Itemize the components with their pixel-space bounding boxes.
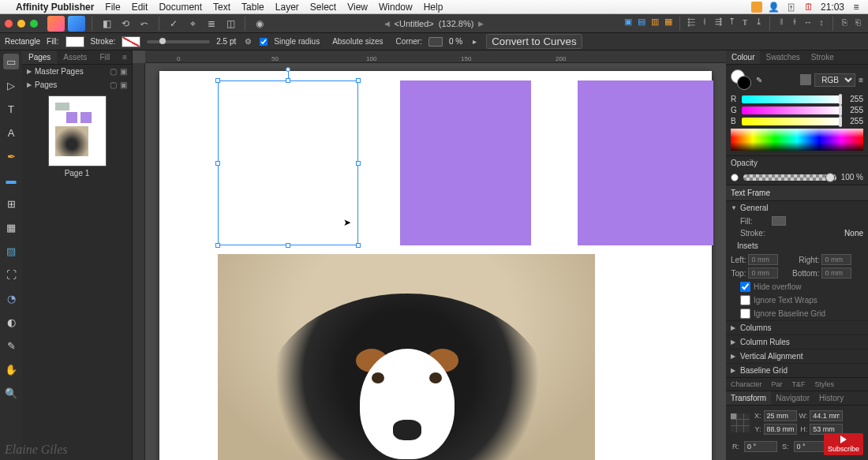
frame-stroke-value[interactable]: None (844, 229, 863, 237)
column-rules-section[interactable]: Column Rules (740, 338, 790, 346)
single-radius-checkbox[interactable] (260, 38, 268, 46)
app-name[interactable]: Affinity Publisher (16, 2, 94, 13)
status-user-badge-icon[interactable] (751, 2, 762, 13)
fill-tool[interactable]: ◔ (3, 290, 19, 306)
frame-text-tool[interactable]: T (3, 101, 19, 117)
corner-type-dropdown[interactable] (428, 37, 443, 47)
red-value[interactable]: 255 (844, 95, 863, 103)
master-disclosure-icon[interactable]: ▶ (27, 68, 32, 75)
rectangle-tool[interactable]: ▬ (3, 172, 19, 188)
menu-help[interactable]: Help (424, 2, 443, 13)
space-h-icon[interactable]: ↔ (803, 17, 814, 28)
align-bottom-icon[interactable]: ⤓ (753, 17, 764, 28)
x-input[interactable] (764, 410, 797, 421)
resize-handle-br[interactable] (356, 243, 361, 248)
stroke-swatch[interactable] (122, 36, 140, 47)
resize-handle-bm[interactable] (286, 243, 290, 248)
toolbar-preflight-icon[interactable]: ✓ (166, 17, 181, 31)
master-thumb-single-icon[interactable]: ▢ (110, 67, 117, 76)
master-thumb-spread-icon[interactable]: ▣ (120, 67, 127, 76)
align-center-v-icon[interactable]: ⫪ (739, 17, 750, 28)
purple-rectangle-2[interactable] (578, 80, 713, 245)
move-tool[interactable]: ▭ (3, 54, 19, 69)
master-pages-row[interactable]: ▶ Master Pages ▢▣ (22, 65, 132, 78)
rotation-handle[interactable] (286, 67, 290, 72)
green-value[interactable]: 255 (844, 106, 863, 114)
blue-value[interactable]: 255 (844, 117, 863, 125)
transform-tab[interactable]: Transform (726, 391, 771, 405)
node-tool[interactable]: ▷ (3, 77, 19, 93)
corner-stepper-icon[interactable]: ▸ (469, 36, 480, 47)
align-center-h-icon[interactable]: ⫲ (699, 17, 710, 28)
menu-window[interactable]: Window (379, 2, 413, 13)
stroke-settings-icon[interactable]: ⚙ (242, 36, 253, 47)
distribute-h-icon[interactable]: ⫴ (776, 17, 787, 28)
hide-overflow-checkbox[interactable] (740, 282, 750, 292)
noise-toggle-icon[interactable] (731, 174, 739, 181)
align-right-icon[interactable]: ⇶ (713, 17, 724, 28)
opacity-slider[interactable] (743, 174, 836, 181)
zoom-tool[interactable]: 🔍 (3, 385, 19, 401)
align-top-icon[interactable]: ⤒ (726, 17, 737, 28)
stroke-width-slider[interactable] (147, 40, 210, 43)
ignore-wraps-checkbox[interactable] (740, 295, 750, 305)
stroke-width-value[interactable]: 2.5 pt (216, 37, 236, 46)
resize-handle-tr[interactable] (356, 78, 361, 83)
inset-top-input[interactable] (748, 267, 778, 279)
colour-picker-tool[interactable]: ✎ (3, 338, 19, 353)
r-input[interactable] (744, 441, 777, 452)
ignore-baseline-checkbox[interactable] (740, 309, 750, 319)
page-thumb-spread-icon[interactable]: ▣ (120, 80, 127, 89)
paragraph-tab[interactable]: Par (767, 378, 788, 391)
insert-target-icon[interactable]: ⎘ (839, 17, 850, 28)
maximize-button[interactable] (30, 20, 38, 28)
fill-swatch[interactable] (65, 36, 84, 47)
document-page[interactable]: ➤ (159, 71, 712, 460)
w-input[interactable] (810, 410, 843, 421)
resize-handle-bl[interactable] (215, 243, 220, 248)
styles-tab[interactable]: Styles (810, 378, 840, 391)
toolbar-baseline-icon[interactable]: ≣ (204, 17, 219, 31)
green-slider[interactable] (742, 107, 841, 114)
menu-view[interactable]: View (347, 2, 368, 13)
canvas[interactable]: 050100150200 ➤ (133, 50, 726, 460)
distribute-v-icon[interactable]: ⫳ (789, 17, 800, 28)
publisher-persona-button[interactable] (47, 16, 65, 32)
columns-section[interactable]: Columns (740, 323, 771, 332)
s-input[interactable] (794, 441, 827, 452)
vertical-alignment-section[interactable]: Vertical Alignment (740, 352, 803, 361)
menu-edit[interactable]: Edit (132, 2, 148, 13)
opacity-value[interactable]: 100 % (841, 173, 863, 181)
toolbar-clip-icon[interactable]: ◫ (223, 17, 238, 31)
assets-tab[interactable]: Assets (57, 50, 93, 64)
inset-bottom-input[interactable] (821, 267, 851, 279)
menu-document[interactable]: Document (159, 2, 202, 13)
colour-tab[interactable]: Colour (726, 50, 760, 64)
resize-handle-ml[interactable] (215, 161, 220, 166)
frame-fill-swatch[interactable] (772, 216, 786, 226)
menu-file[interactable]: File (105, 2, 120, 13)
page-thumb-single-icon[interactable]: ▢ (110, 80, 117, 89)
view-tool[interactable]: ✋ (3, 361, 19, 377)
navigator-tab[interactable]: Navigator (771, 391, 814, 405)
arrange-forward-icon[interactable]: ▥ (649, 17, 660, 28)
stroke-tab[interactable]: Stroke (806, 50, 840, 64)
menu-table[interactable]: Table (241, 2, 264, 13)
typography-tab[interactable]: T&F (788, 378, 810, 391)
status-calendar-icon[interactable]: 🗓 (803, 2, 814, 13)
space-v-icon[interactable]: ↕ (816, 17, 827, 28)
toolbar-sync-icon[interactable]: ⟲ (118, 17, 133, 31)
arrange-backward-icon[interactable]: ▤ (636, 17, 647, 28)
close-button[interactable] (5, 20, 13, 28)
character-tab[interactable]: Character (726, 378, 767, 391)
insert-inside-icon[interactable]: ⎗ (852, 17, 863, 28)
colour-picker-icon[interactable]: ✎ (756, 76, 762, 84)
inset-left-input[interactable] (748, 254, 778, 265)
toolbar-snap-icon[interactable]: ⌖ (185, 17, 200, 31)
youtube-subscribe-button[interactable]: Subscribe (824, 433, 863, 455)
pen-tool[interactable]: ✒ (3, 148, 19, 164)
pages-disclosure-icon[interactable]: ▶ (27, 81, 32, 88)
table-tool[interactable]: ▦ (3, 219, 19, 235)
y-input[interactable] (764, 424, 797, 435)
align-left-icon[interactable]: ⬱ (686, 17, 697, 28)
